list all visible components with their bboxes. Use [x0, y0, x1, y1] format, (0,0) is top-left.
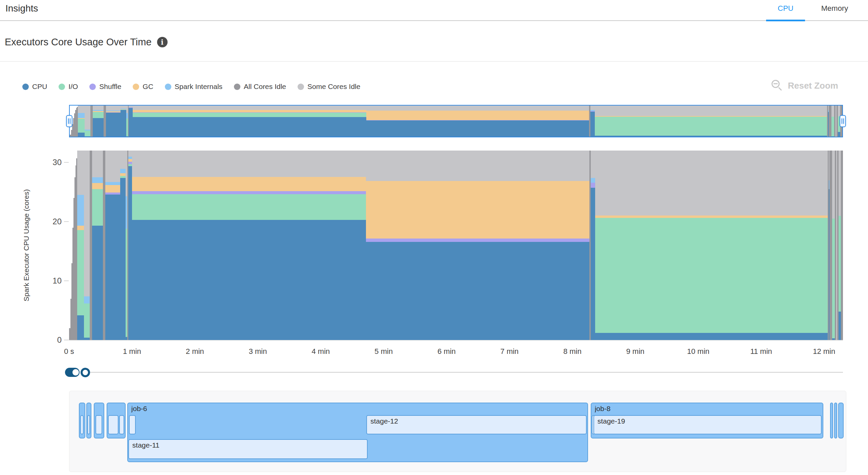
area-segment-all_idle	[70, 135, 71, 137]
legend-item-some-cores-idle[interactable]: Some Cores Idle	[298, 83, 360, 91]
area-segment-internals	[828, 110, 829, 112]
legend-item-spark-internals[interactable]: Spark Internals	[165, 83, 222, 91]
area-segment-all_idle	[77, 107, 78, 137]
area-segment-gc	[128, 159, 132, 162]
legend-item-gc[interactable]: GC	[133, 83, 153, 91]
area-segment-internals	[78, 113, 85, 118]
top-header: Insights CPU Memory	[0, 0, 868, 21]
legend-item-all-cores-idle[interactable]: All Cores Idle	[234, 83, 286, 91]
area-segment-all_idle	[73, 118, 74, 137]
x-tick-label: 3 min	[234, 347, 282, 356]
chart-legend: CPUI/OShuffleGCSpark InternalsAll Cores …	[22, 83, 360, 91]
area-segment-shuffle	[366, 239, 589, 242]
area-segment-some_idle	[839, 151, 841, 216]
area-segment-io	[832, 219, 834, 338]
area-segment-some_idle	[129, 106, 132, 107]
area-segment-shuffle	[132, 191, 366, 194]
area-segment-all_idle	[103, 151, 105, 340]
stage-block-unnamed[interactable]	[108, 415, 118, 434]
area-segment-all_idle	[837, 151, 839, 340]
y-tick-label: 0	[45, 335, 62, 345]
area-segment-internals	[126, 196, 127, 229]
area-segment-cpu	[590, 112, 595, 137]
stage-label: stage-12	[370, 417, 398, 425]
area-segment-cpu	[93, 118, 104, 137]
cpu-usage-stacked-area-chart[interactable]	[69, 151, 843, 340]
legend-dot	[133, 84, 139, 90]
area-segment-shuffle	[591, 183, 595, 188]
stage-block-unnamed[interactable]	[129, 415, 136, 434]
job-block-unnamed[interactable]	[830, 403, 833, 438]
area-segment-all_idle	[72, 124, 73, 137]
job-block-unnamed[interactable]	[838, 403, 844, 438]
y-tick-label: 30	[45, 158, 62, 167]
stage-label: stage-11	[132, 441, 159, 449]
area-segment-some_idle	[829, 151, 829, 180]
slider-handle[interactable]	[81, 368, 90, 377]
stage-block-stage-19[interactable]: stage-19	[593, 415, 822, 434]
area-segment-io	[121, 110, 126, 110]
stage-block-unnamed[interactable]	[119, 415, 124, 434]
area-segment-cpu	[126, 136, 128, 137]
area-segment-some_idle	[132, 151, 366, 177]
legend-label: All Cores Idle	[244, 83, 286, 91]
section-title: Executors Core Usage Over Time	[5, 37, 152, 48]
area-segment-shuffle	[105, 193, 120, 194]
insights-page: Insights CPU Memory Executors Core Usage…	[0, 0, 868, 475]
area-segment-gc	[595, 116, 827, 116]
stage-block-stage-12[interactable]: stage-12	[366, 415, 586, 434]
active-tab-underline	[766, 20, 805, 21]
area-segment-shuffle	[106, 112, 121, 113]
area-segment-some_idle	[105, 151, 120, 182]
legend-item-cpu[interactable]: CPU	[22, 83, 47, 91]
area-segment-cpu	[831, 136, 834, 137]
reset-zoom-button[interactable]: Reset Zoom	[772, 80, 838, 91]
area-segment-cpu	[828, 112, 829, 137]
area-segment-io	[839, 216, 841, 312]
job-label: job-6	[131, 405, 147, 413]
area-segment-io	[120, 176, 126, 178]
x-tick-label: 4 min	[297, 347, 344, 356]
legend-label: Shuffle	[99, 83, 121, 91]
area-segment-cpu	[128, 166, 132, 340]
navigator-right-handle[interactable]	[840, 115, 846, 127]
legend-item-i-o[interactable]: I/O	[59, 83, 78, 91]
navigator-mini-chart[interactable]	[70, 106, 842, 137]
stage-block-unnamed[interactable]	[95, 415, 102, 434]
area-segment-internals	[85, 130, 91, 131]
area-segment-gc	[366, 111, 589, 120]
area-segment-all_idle	[72, 228, 73, 340]
area-segment-some_idle	[106, 106, 121, 111]
legend-dot	[165, 84, 171, 90]
area-segment-all_idle	[827, 106, 828, 137]
area-segment-cpu	[106, 113, 121, 137]
stage-block-unnamed[interactable]	[87, 415, 90, 434]
area-segment-cpu	[78, 133, 85, 137]
legend-item-shuffle[interactable]: Shuffle	[89, 83, 121, 91]
area-segment-some_idle	[84, 151, 90, 296]
chart-navigator[interactable]	[69, 105, 843, 137]
area-segment-some_idle	[77, 151, 84, 195]
y-tick-label: 10	[45, 276, 62, 286]
area-segment-cpu	[85, 136, 91, 137]
job-block-unnamed[interactable]	[834, 403, 837, 438]
area-segment-gc	[129, 107, 132, 107]
info-icon[interactable]: i	[157, 37, 168, 47]
area-segment-some_idle	[366, 106, 589, 111]
area-segment-cpu	[595, 136, 827, 137]
area-segment-cpu	[92, 226, 103, 340]
area-segment-cpu	[129, 108, 132, 137]
jobs-stages-timeline: job-6job-8stage-12stage-19stage-11	[69, 391, 846, 472]
area-segment-internals	[829, 180, 829, 189]
area-segment-cpu	[839, 312, 841, 340]
tab-cpu[interactable]: CPU	[766, 4, 805, 21]
slider-knob-icon[interactable]	[72, 369, 79, 376]
area-segment-all_idle	[71, 130, 72, 137]
navigator-left-handle[interactable]	[66, 115, 72, 127]
area-segment-all_idle	[75, 110, 76, 137]
area-segment-gc	[106, 111, 121, 113]
stage-block-stage-11[interactable]: stage-11	[128, 439, 368, 459]
tab-memory[interactable]: Memory	[812, 4, 858, 21]
area-segment-all_idle	[76, 158, 77, 340]
stage-block-unnamed[interactable]	[80, 415, 84, 434]
